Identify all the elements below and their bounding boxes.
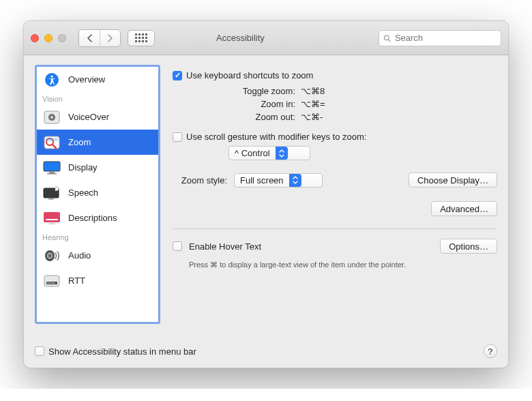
- section-hearing: Hearing: [37, 231, 158, 243]
- sidebar-item-rtt[interactable]: RTT: [37, 268, 158, 293]
- zoom-window-button[interactable]: [58, 34, 66, 42]
- body: Overview Vision VoiceOver Zoom Display: [24, 55, 508, 340]
- sidebar-item-label: Display: [68, 162, 98, 173]
- shortcut-list: Toggle zoom: ⌥⌘8 Zoom in: ⌥⌘= Zoom out: …: [173, 85, 497, 123]
- toolbar: Accessibility: [24, 21, 508, 55]
- scroll-gesture-label: Use scroll gesture with modifier keys to…: [186, 132, 366, 142]
- status-menu-bar-row: Show Accessibility status in menu bar: [35, 346, 196, 357]
- zoom-style-value: Full screen: [240, 175, 284, 185]
- zoom-pane: Use keyboard shortcuts to zoom Toggle zo…: [173, 65, 497, 338]
- zoom-style-row: Zoom style: Full screen Choose Display…: [173, 173, 497, 188]
- svg-rect-17: [46, 219, 58, 220]
- sidebar-item-overview[interactable]: Overview: [37, 67, 158, 92]
- search-field[interactable]: [379, 30, 501, 46]
- zoom-in-label: Zoom in:: [173, 98, 295, 110]
- divider: [173, 228, 497, 229]
- sidebar-item-zoom[interactable]: Zoom: [37, 130, 158, 155]
- window-title: Accessibility: [216, 33, 265, 43]
- svg-point-6: [50, 115, 53, 118]
- sidebar-item-voiceover[interactable]: VoiceOver: [37, 104, 158, 130]
- sidebar-item-label: Descriptions: [68, 213, 117, 223]
- choose-display-button[interactable]: Choose Display…: [409, 173, 497, 188]
- back-button[interactable]: [79, 30, 100, 46]
- help-button[interactable]: ?: [484, 344, 497, 358]
- grid-icon: [135, 33, 147, 42]
- sidebar-item-label: Speech: [68, 188, 98, 198]
- svg-rect-18: [48, 223, 55, 224]
- svg-rect-26: [52, 282, 53, 284]
- voiceover-icon: [42, 110, 61, 125]
- hover-text-checkbox[interactable]: [173, 241, 182, 251]
- minimize-window-button[interactable]: [44, 34, 53, 42]
- forward-button[interactable]: [100, 30, 120, 46]
- descriptions-icon: [42, 211, 61, 226]
- svg-rect-22: [44, 276, 59, 286]
- display-icon: [42, 160, 61, 175]
- toggle-zoom-keys: ⌥⌘8: [301, 85, 325, 98]
- rtt-icon: [42, 273, 61, 288]
- advanced-button[interactable]: Advanced…: [431, 201, 497, 216]
- status-menu-bar-label: Show Accessibility status in menu bar: [48, 346, 196, 357]
- svg-point-3: [50, 75, 53, 77]
- svg-rect-15: [48, 198, 54, 200]
- zoom-style-select[interactable]: Full screen: [234, 173, 323, 188]
- sidebar-item-descriptions[interactable]: Descriptions: [37, 205, 158, 231]
- svg-rect-10: [46, 138, 58, 141]
- search-icon: [383, 34, 391, 42]
- accessibility-icon: [42, 72, 61, 87]
- hover-text-options-button[interactable]: Options…: [440, 239, 497, 254]
- zoom-out-label: Zoom out:: [173, 110, 295, 123]
- svg-rect-25: [50, 282, 51, 284]
- section-vision: Vision: [37, 92, 158, 104]
- footer: Show Accessibility status in menu bar ?: [24, 340, 508, 368]
- zoom-icon: [42, 135, 61, 150]
- sidebar-item-audio[interactable]: Audio: [37, 243, 158, 268]
- hover-text-label: Enable Hover Text: [189, 241, 261, 252]
- svg-rect-27: [54, 282, 55, 284]
- svg-rect-13: [47, 173, 57, 175]
- zoom-out-keys: ⌥⌘-: [301, 110, 323, 123]
- sidebar-item-label: Overview: [68, 74, 105, 85]
- nav-back-forward: [78, 29, 121, 47]
- accessibility-window: Accessibility Overview Vision VoiceOver: [23, 20, 509, 368]
- zoom-in-keys: ⌥⌘=: [301, 98, 325, 110]
- sidebar-item-label: Zoom: [68, 137, 91, 147]
- sidebar-item-display[interactable]: Display: [37, 155, 158, 180]
- modifier-key-value: ^ Control: [235, 148, 270, 158]
- svg-line-1: [388, 40, 390, 42]
- speech-icon: [42, 185, 61, 200]
- chevron-updown-icon: [289, 174, 301, 187]
- toggle-zoom-label: Toggle zoom:: [173, 85, 295, 98]
- show-all-preferences-button[interactable]: [128, 30, 155, 46]
- sidebar-item-label: VoiceOver: [68, 112, 109, 122]
- sidebar-item-speech[interactable]: Speech: [37, 180, 158, 205]
- sidebar-item-label: RTT: [68, 276, 85, 286]
- use-keyboard-shortcuts-checkbox[interactable]: [173, 71, 182, 80]
- scroll-gesture-checkbox[interactable]: [173, 132, 182, 142]
- svg-rect-16: [44, 212, 60, 222]
- hover-text-row: Enable Hover Text Options…: [173, 239, 497, 254]
- use-keyboard-shortcuts-label: Use keyboard shortcuts to zoom: [186, 70, 313, 80]
- sidebar-item-label: Audio: [68, 250, 91, 261]
- modifier-key-select[interactable]: ^ Control: [228, 146, 310, 160]
- svg-point-21: [48, 254, 51, 257]
- hover-text-hint: Press ⌘ to display a large-text view of …: [189, 261, 497, 269]
- svg-rect-24: [48, 282, 49, 284]
- audio-icon: [42, 248, 61, 263]
- window-controls: [31, 34, 66, 42]
- scroll-gesture-row: Use scroll gesture with modifier keys to…: [173, 132, 497, 142]
- svg-rect-12: [49, 172, 55, 173]
- chevron-updown-icon: [276, 147, 288, 160]
- zoom-style-label: Zoom style:: [173, 175, 227, 185]
- sidebar: Overview Vision VoiceOver Zoom Display: [35, 65, 160, 324]
- close-window-button[interactable]: [31, 34, 39, 42]
- svg-rect-11: [44, 162, 60, 171]
- status-menu-bar-checkbox[interactable]: [35, 346, 44, 356]
- use-keyboard-shortcuts-row: Use keyboard shortcuts to zoom: [173, 70, 497, 80]
- search-input[interactable]: [394, 32, 497, 44]
